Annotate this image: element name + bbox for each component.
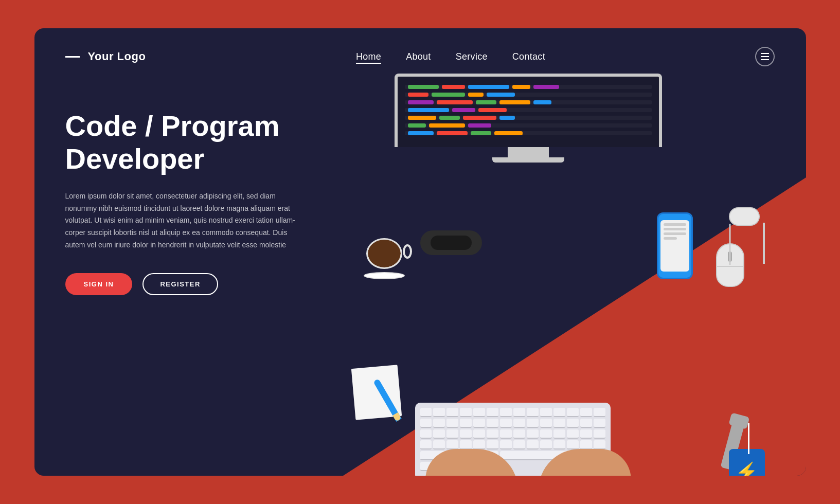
hands <box>425 398 631 476</box>
code-block <box>499 100 530 104</box>
menu-line-icon <box>761 59 769 60</box>
code-block <box>533 100 551 104</box>
navbar: Your Logo Home About Service Contact <box>34 28 806 79</box>
nav-item-contact[interactable]: Contact <box>512 51 545 62</box>
cup-handle <box>403 244 412 259</box>
code-block <box>408 116 436 120</box>
menu-line-icon <box>761 56 769 57</box>
monitor-base <box>492 157 564 163</box>
code-block <box>487 93 515 97</box>
smartphone <box>657 212 693 279</box>
nav-link-service[interactable]: Service <box>456 51 488 62</box>
code-block <box>494 131 523 135</box>
hand-right <box>539 449 631 476</box>
phone-screen <box>660 220 689 272</box>
cup-liquid <box>368 239 401 267</box>
logo-dash-icon <box>65 56 80 58</box>
code-line <box>405 131 652 135</box>
lamp-head <box>729 207 760 226</box>
hand-left <box>425 449 518 476</box>
nav-item-about[interactable]: About <box>406 51 431 62</box>
code-block <box>478 108 507 112</box>
code-block <box>499 116 515 120</box>
code-block <box>442 85 465 89</box>
logo: Your Logo <box>65 50 146 63</box>
desk-lamp <box>729 202 770 269</box>
nav-links: Home About Service Contact <box>356 51 545 62</box>
code-block <box>408 108 449 112</box>
code-line <box>405 100 652 104</box>
cup-body <box>366 238 402 269</box>
signin-button[interactable]: SIGN IN <box>65 273 133 295</box>
code-block <box>429 123 465 128</box>
hero-description: Lorem ipsum dolor sit amet, consectetuer… <box>65 190 302 251</box>
code-block <box>468 85 509 89</box>
menu-line-icon <box>761 53 769 54</box>
code-line <box>405 123 652 128</box>
speaker-grille <box>431 236 472 250</box>
code-block <box>468 93 484 97</box>
speaker <box>420 230 482 255</box>
main-content: Code / Program Developer Lorem ipsum dol… <box>34 79 806 476</box>
code-line <box>405 108 652 112</box>
nav-link-contact[interactable]: Contact <box>512 51 545 62</box>
desk-scene: ⚡ <box>333 202 775 476</box>
code-block <box>476 100 496 104</box>
wrench-head <box>728 412 749 429</box>
power-bank-cable <box>748 423 749 454</box>
coffee-cup <box>364 233 410 279</box>
code-block <box>408 131 434 135</box>
nav-item-home[interactable]: Home <box>356 51 381 62</box>
code-block <box>408 123 426 128</box>
hero-left-panel: Code / Program Developer Lorem ipsum dol… <box>65 89 333 295</box>
monitor-screen <box>395 74 662 147</box>
monitor-stand <box>508 147 549 157</box>
code-block <box>408 100 434 104</box>
page-card: Your Logo Home About Service Contact <box>34 28 806 476</box>
nav-link-home[interactable]: Home <box>356 51 381 64</box>
code-block <box>452 108 475 112</box>
code-line <box>405 116 652 120</box>
lightning-icon: ⚡ <box>735 461 758 476</box>
cta-buttons: SIGN IN REGISTER <box>65 273 333 295</box>
register-button[interactable]: REGISTER <box>142 273 218 295</box>
code-block <box>408 93 428 97</box>
code-block <box>437 100 473 104</box>
code-block <box>437 131 468 135</box>
code-block <box>468 123 491 128</box>
hero-illustration: ⚡ <box>333 89 775 476</box>
code-line <box>405 85 652 89</box>
code-block <box>408 85 439 89</box>
code-block <box>432 93 465 97</box>
hamburger-menu-button[interactable] <box>755 47 775 66</box>
power-bank: ⚡ <box>729 449 765 476</box>
lamp-neck <box>763 223 765 264</box>
code-line <box>405 93 652 97</box>
code-block <box>463 116 496 120</box>
nav-link-about[interactable]: About <box>406 51 431 62</box>
code-block <box>533 85 559 89</box>
logo-text: Your Logo <box>88 50 146 63</box>
code-block <box>471 131 491 135</box>
hero-title: Code / Program Developer <box>65 110 333 176</box>
code-block <box>512 85 530 89</box>
cup-saucer <box>364 272 405 279</box>
nav-item-service[interactable]: Service <box>456 51 488 62</box>
monitor <box>395 74 662 163</box>
code-block <box>439 116 460 120</box>
